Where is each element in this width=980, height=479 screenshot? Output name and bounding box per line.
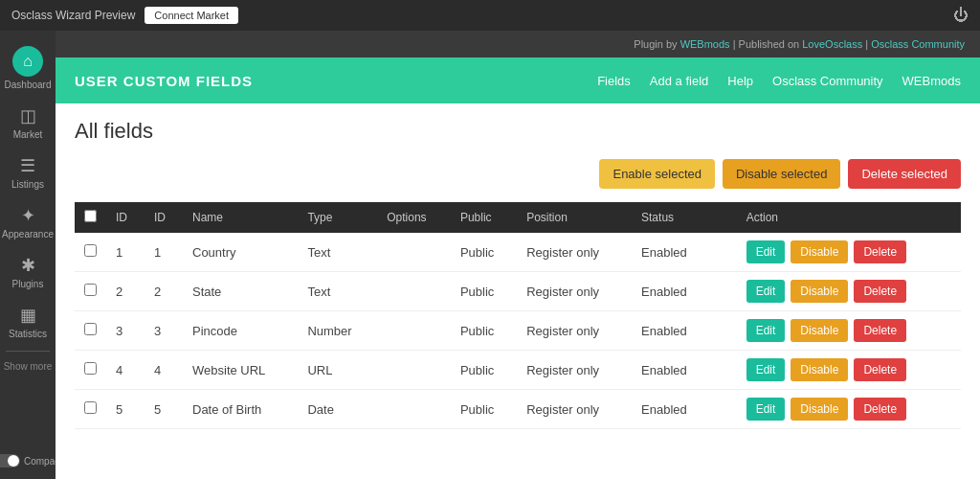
row-name-4: Website URL [183,351,298,390]
cell-actions-4: Edit Disable Delete [746,358,951,381]
loveosclass-link[interactable]: LoveOsclass [802,38,862,50]
col-status: Status [632,202,713,233]
top-bar-left: Osclass Wizard Preview Connect Market [11,7,238,24]
top-bar: Osclass Wizard Preview Connect Market ⏻ [0,0,980,31]
col-public: Public [451,202,517,233]
row-num-3: 3 [106,311,145,351]
row-checkbox-5[interactable] [84,401,97,414]
edit-button-5[interactable]: Edit [746,398,786,421]
disable-button-2[interactable]: Disable [791,280,848,303]
compact-toggle[interactable]: Compact [0,446,56,479]
row-actions-2: Edit Disable Delete [737,272,961,311]
content-area: Plugin by WEBmods | Published on LoveOsc… [56,31,980,479]
row-id-2: 2 [145,272,183,311]
delete-selected-button[interactable]: Delete selected [848,159,961,189]
sidebar-item-statistics[interactable]: ▦ Statistics [0,297,56,347]
delete-button-2[interactable]: Delete [854,280,906,303]
statistics-icon: ▦ [20,305,36,326]
row-public-4: Public [451,351,517,390]
disable-button-3[interactable]: Disable [791,319,848,342]
delete-button-3[interactable]: Delete [854,319,906,342]
row-actions-3: Edit Disable Delete [737,311,961,351]
header-bar: USER CUSTOM FIELDS Fields Add a field He… [56,57,980,103]
appearance-icon: ✦ [21,205,35,226]
row-name-3: Pincode [183,311,298,351]
row-checkbox-cell[interactable] [75,390,106,429]
select-all-header[interactable] [75,202,106,233]
row-position-1: Register only [517,233,632,272]
edit-button-2[interactable]: Edit [746,280,786,303]
disable-selected-button[interactable]: Disable selected [723,159,840,189]
delete-button-4[interactable]: Delete [854,358,906,381]
col-id: ID [145,202,183,233]
nav-add-field[interactable]: Add a field [650,74,708,88]
row-status-3: Enabled [632,311,713,351]
disable-button-4[interactable]: Disable [791,358,848,381]
main-layout: ⌂ Dashboard ◫ Market ☰ Listings ✦ Appear… [0,31,980,479]
plugins-icon: ✱ [21,255,35,276]
show-more[interactable]: Show more [4,355,53,377]
row-type-3: Number [298,311,377,351]
webmods-link[interactable]: WEBmods [680,38,730,50]
disable-button-5[interactable]: Disable [791,398,848,421]
header-nav: Fields Add a field Help Osclass Communit… [597,74,961,88]
sidebar-item-plugins[interactable]: ✱ Plugins [0,247,56,297]
edit-button-4[interactable]: Edit [746,358,786,381]
delete-button-5[interactable]: Delete [854,398,906,421]
row-checkbox-cell[interactable] [75,311,106,351]
row-checkbox-2[interactable] [84,284,97,296]
row-checkbox-1[interactable] [84,244,97,257]
row-checkbox-3[interactable] [84,323,97,335]
sidebar-item-listings[interactable]: ☰ Listings [0,148,56,197]
row-id-3: 3 [145,311,183,351]
row-position-3: Register only [517,311,632,351]
row-status-4: Enabled [632,351,713,390]
sidebar-item-appearance[interactable]: ✦ Appearance [0,197,56,247]
plugin-text: Plugin by WEBmods | Published on LoveOsc… [634,38,965,50]
nav-osclass-community[interactable]: Osclass Community [772,74,883,88]
row-id-4: 4 [145,351,183,390]
disable-button-1[interactable]: Disable [791,240,848,263]
power-icon[interactable]: ⏻ [953,7,969,24]
connect-market-button[interactable]: Connect Market [145,7,238,24]
row-checkbox-4[interactable] [84,362,97,375]
row-options-4 [377,351,451,390]
delete-button-1[interactable]: Delete [854,240,906,263]
sidebar-item-market[interactable]: ◫ Market [0,98,56,148]
sidebar-label-statistics: Statistics [9,329,47,339]
page-title: All fields [75,119,961,144]
sidebar-item-dashboard[interactable]: ⌂ Dashboard [0,38,56,98]
table-row: 2 2 State Text Public Register only Enab… [75,272,961,311]
row-type-1: Text [298,233,377,272]
row-actions-space-4 [713,351,737,390]
nav-help[interactable]: Help [727,74,753,88]
compact-label: Compact [24,456,56,467]
row-actions-space-3 [713,311,737,351]
nav-fields[interactable]: Fields [597,74,631,88]
fields-table: ID ID Name Type Options Public Position … [75,202,961,429]
sidebar: ⌂ Dashboard ◫ Market ☰ Listings ✦ Appear… [0,31,56,479]
sidebar-label-appearance: Appearance [2,229,54,240]
row-type-4: URL [298,351,377,390]
row-checkbox-cell[interactable] [75,351,106,390]
row-options-5 [377,390,451,429]
row-type-5: Date [298,390,377,429]
enable-selected-button[interactable]: Enable selected [599,159,715,189]
row-checkbox-cell[interactable] [75,272,106,311]
row-actions-space-1 [713,233,737,272]
row-public-3: Public [451,311,517,351]
cell-actions-5: Edit Disable Delete [746,398,951,421]
row-num-4: 4 [106,351,145,390]
col-name: Name [183,202,298,233]
community-link[interactable]: Osclass Community [871,38,965,50]
select-all-checkbox[interactable] [84,210,97,222]
row-name-2: State [183,272,298,311]
listings-icon: ☰ [20,155,35,176]
row-options-1 [377,233,451,272]
edit-button-1[interactable]: Edit [746,240,786,263]
nav-webmods[interactable]: WEBmods [902,74,961,88]
cell-actions-1: Edit Disable Delete [746,240,951,263]
edit-button-3[interactable]: Edit [746,319,786,342]
row-checkbox-cell[interactable] [75,233,106,272]
table-row: 1 1 Country Text Public Register only En… [75,233,961,272]
